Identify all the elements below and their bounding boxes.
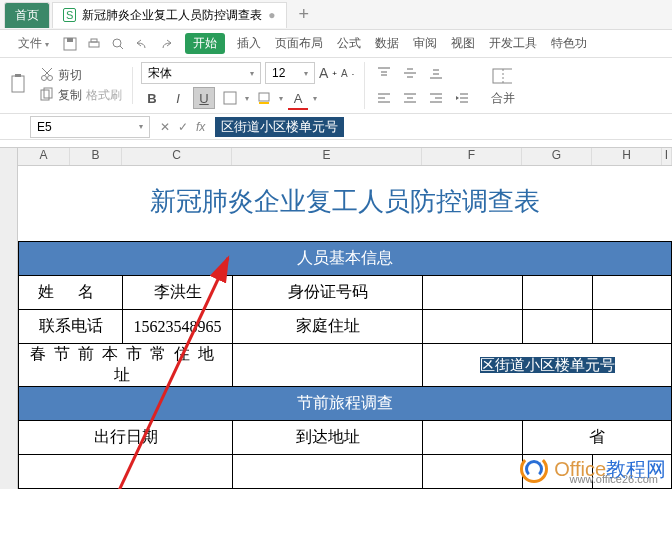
align-middle-icon[interactable] xyxy=(399,62,421,84)
svg-point-4 xyxy=(113,39,121,47)
align-top-icon[interactable] xyxy=(373,62,395,84)
svg-rect-7 xyxy=(15,74,21,77)
sheet-title: 新冠肺炎企业复工人员防控调查表 xyxy=(18,166,672,241)
font-color-icon[interactable]: A xyxy=(287,87,309,109)
svg-line-11 xyxy=(44,68,52,76)
watermark: Office教程网 www.office26.com xyxy=(520,455,666,483)
confirm-edit-icon[interactable]: ✓ xyxy=(178,120,188,134)
underline-button[interactable]: U xyxy=(193,87,215,109)
cell-phone-value[interactable]: 15623548965 xyxy=(123,310,233,344)
fill-color-icon[interactable] xyxy=(253,87,275,109)
label-phone: 联系电话 xyxy=(19,310,123,344)
align-left-icon[interactable] xyxy=(373,87,395,109)
tab-dev[interactable]: 开发工具 xyxy=(483,33,543,54)
spreadsheet-icon: S xyxy=(63,8,76,22)
row-header-gutter xyxy=(0,148,18,489)
label-prev-address: 春节前本市常住地址 xyxy=(19,344,233,387)
tab-formula[interactable]: 公式 xyxy=(331,33,367,54)
svg-rect-1 xyxy=(67,38,73,42)
tab-insert[interactable]: 插入 xyxy=(231,33,267,54)
cell-e5[interactable] xyxy=(233,344,423,387)
label-idno: 身份证号码 xyxy=(233,276,423,310)
merge-cells-icon[interactable] xyxy=(491,65,513,87)
tab-view[interactable]: 视图 xyxy=(445,33,481,54)
tab-review[interactable]: 审阅 xyxy=(407,33,443,54)
decrease-font-icon[interactable]: A xyxy=(341,68,348,79)
tab-document[interactable]: S 新冠肺炎企业复工人员防控调查表 ● xyxy=(52,2,287,28)
merge-label: 合并 xyxy=(491,90,515,107)
file-menu[interactable]: 文件 ▾ xyxy=(18,35,49,52)
tab-start[interactable]: 开始 xyxy=(185,33,225,54)
tab-doc-title: 新冠肺炎企业复工人员防控调查表 xyxy=(82,7,262,24)
italic-button[interactable]: I xyxy=(167,87,189,109)
fx-icon[interactable]: fx xyxy=(196,120,205,134)
svg-point-9 xyxy=(48,76,53,81)
paste-icon[interactable] xyxy=(8,75,30,97)
label-name: 姓 名 xyxy=(19,276,123,310)
copy-label: 复制 xyxy=(58,87,82,104)
align-center-icon[interactable] xyxy=(399,87,421,109)
tab-home[interactable]: 首页 xyxy=(4,2,50,28)
cancel-edit-icon[interactable]: ✕ xyxy=(160,120,170,134)
tab-data[interactable]: 数据 xyxy=(369,33,405,54)
label-arrive-addr: 到达地址 xyxy=(233,421,423,455)
dirty-indicator-icon: ● xyxy=(268,8,275,22)
section-header-basic: 人员基本信息 xyxy=(19,242,672,276)
formula-bar-value[interactable]: 区街道小区楼单元号 xyxy=(215,117,344,137)
save-icon[interactable] xyxy=(59,33,81,55)
label-travel-date: 出行日期 xyxy=(19,421,233,455)
svg-rect-38 xyxy=(493,69,512,83)
format-brush-button[interactable]: 格式刷 xyxy=(86,87,122,104)
preview-icon[interactable] xyxy=(107,33,129,55)
svg-line-5 xyxy=(120,46,123,49)
svg-rect-2 xyxy=(89,42,99,47)
redo-icon[interactable] xyxy=(155,33,177,55)
svg-rect-16 xyxy=(259,102,269,104)
svg-rect-6 xyxy=(12,76,24,92)
add-tab-button[interactable]: + xyxy=(289,4,320,25)
svg-rect-15 xyxy=(259,93,269,101)
cut-icon[interactable] xyxy=(40,67,54,84)
label-province: 省 xyxy=(523,421,672,455)
cut-label: 剪切 xyxy=(58,67,82,84)
font-size-select[interactable]: 12▾ xyxy=(265,62,315,84)
print-icon[interactable] xyxy=(83,33,105,55)
tab-special[interactable]: 特色功 xyxy=(545,33,593,54)
bold-button[interactable]: B xyxy=(141,87,163,109)
cell-name-value[interactable]: 李洪生 xyxy=(123,276,233,310)
cell-e5-selection[interactable]: 区街道小区楼单元号 xyxy=(480,357,615,373)
cell-idno-value[interactable] xyxy=(423,276,523,310)
svg-rect-3 xyxy=(91,39,97,42)
align-right-icon[interactable] xyxy=(425,87,447,109)
increase-font-icon[interactable]: A xyxy=(319,65,328,81)
svg-line-10 xyxy=(42,68,50,76)
indent-icon[interactable] xyxy=(451,87,473,109)
tab-layout[interactable]: 页面布局 xyxy=(269,33,329,54)
font-name-select[interactable]: 宋体▾ xyxy=(141,62,261,84)
label-address: 家庭住址 xyxy=(233,310,423,344)
spreadsheet-grid[interactable]: 人员基本信息 姓 名 李洪生 身份证号码 联系电话 15623548965 家庭… xyxy=(18,241,672,489)
cell-name-box[interactable]: E5▾ xyxy=(30,116,150,138)
align-bottom-icon[interactable] xyxy=(425,62,447,84)
column-headers[interactable]: A B C E F G H I xyxy=(18,148,672,166)
copy-icon[interactable] xyxy=(40,87,54,104)
svg-point-8 xyxy=(42,76,47,81)
undo-icon[interactable] xyxy=(131,33,153,55)
section-header-travel: 节前旅程调查 xyxy=(19,387,672,421)
svg-rect-14 xyxy=(224,92,236,104)
border-icon[interactable] xyxy=(219,87,241,109)
